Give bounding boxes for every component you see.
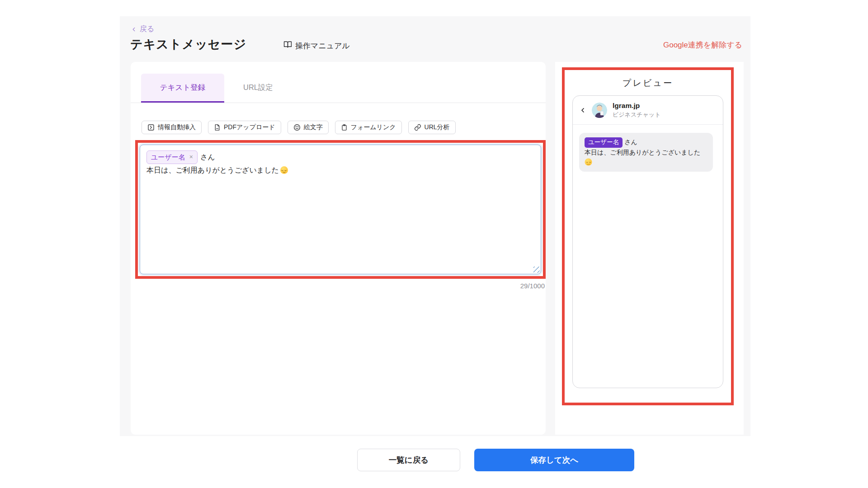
save-and-next-button[interactable]: 保存して次へ xyxy=(474,449,634,471)
chat-avatar xyxy=(592,103,607,118)
chat-back-chevron-icon[interactable] xyxy=(579,107,586,114)
bubble-line-1: ユーザー名さん xyxy=(585,137,708,148)
tab-text-register[interactable]: テキスト登録 xyxy=(141,74,224,103)
url-analysis-button[interactable]: URL分析 xyxy=(408,121,456,134)
pdf-upload-button[interactable]: PDFアップロード xyxy=(208,121,281,134)
preview-column: プレビュー lgram.jp ビジネスチャット xyxy=(555,62,744,435)
form-clipboard-icon xyxy=(341,124,348,131)
char-counter: 29/1000 xyxy=(520,282,545,290)
username-variable-tag: ユーザー名× xyxy=(146,150,198,164)
back-link-label: 戻る xyxy=(140,24,154,34)
emoji-button[interactable]: 絵文字 xyxy=(288,121,329,134)
chevron-left-icon xyxy=(131,26,137,33)
chat-account-subtitle: ビジネスチャット xyxy=(613,111,660,119)
chat-account-name: lgram.jp xyxy=(613,102,660,110)
bubble-body-text: 本日は、ご利用ありがとうございました xyxy=(585,148,708,158)
bubble-emoji-line xyxy=(585,158,708,168)
relieved-emoji xyxy=(280,166,288,174)
pdf-file-icon xyxy=(214,124,221,131)
manual-link-label: 操作マニュアル xyxy=(295,41,350,51)
back-to-list-button[interactable]: 一覧に戻る xyxy=(357,449,460,471)
page-title: テキストメッセージ xyxy=(130,36,246,52)
main-card: テキスト登録 URL設定 情報自動挿入 PDFアップロード xyxy=(131,62,546,435)
chat-identity: lgram.jp ビジネスチャット xyxy=(613,102,660,119)
content-panel: 戻る テキストメッセージ 操作マニュアル Google連携を解除する テキスト登… xyxy=(120,16,750,436)
editor-line-1: ユーザー名×さん xyxy=(146,150,534,164)
tag-suffix-text: さん xyxy=(200,153,215,161)
chat-body: ユーザー名さん 本日は、ご利用ありがとうございました xyxy=(573,125,723,180)
editor-line-2: 本日は、ご利用ありがとうございました xyxy=(146,164,534,176)
insert-info-button[interactable]: 情報自動挿入 xyxy=(142,121,202,134)
tool-btn-label: PDFアップロード xyxy=(224,123,275,131)
app-window: 戻る テキストメッセージ 操作マニュアル Google連携を解除する テキスト登… xyxy=(0,0,868,488)
form-link-button[interactable]: フォームリンク xyxy=(335,121,402,134)
smiley-icon xyxy=(293,124,301,131)
preview-highlight-box: プレビュー lgram.jp ビジネスチャット xyxy=(562,67,734,405)
editor-highlight-box: ユーザー名×さん 本日は、ご利用ありがとうございました xyxy=(135,140,546,279)
chat-header: lgram.jp ビジネスチャット xyxy=(573,96,723,125)
back-link[interactable]: 戻る xyxy=(131,24,154,34)
tab-row: テキスト登録 URL設定 xyxy=(131,62,546,103)
message-textarea[interactable]: ユーザー名×さん 本日は、ご利用ありがとうございました xyxy=(140,145,541,274)
chat-preview-card: lgram.jp ビジネスチャット ユーザー名さん 本日は、ご利用ありがとうござ… xyxy=(572,95,723,388)
tab-url-settings[interactable]: URL設定 xyxy=(224,74,292,103)
tool-btn-label: URL分析 xyxy=(425,123,450,131)
insert-variable-icon xyxy=(147,124,155,131)
tool-btn-label: フォームリンク xyxy=(351,123,396,131)
book-icon xyxy=(283,40,292,51)
bubble-suffix-text: さん xyxy=(624,138,637,145)
link-icon xyxy=(414,124,421,131)
tool-btn-label: 絵文字 xyxy=(304,123,323,131)
relieved-emoji xyxy=(585,158,592,165)
tag-remove-icon[interactable]: × xyxy=(189,152,193,163)
editor-toolbar: 情報自動挿入 PDFアップロード 絵文字 xyxy=(142,121,456,134)
username-badge: ユーザー名 xyxy=(585,137,623,148)
preview-title: プレビュー xyxy=(565,77,731,89)
google-unlink-link[interactable]: Google連携を解除する xyxy=(663,40,742,50)
variable-tag-label: ユーザー名 xyxy=(151,151,185,163)
manual-link[interactable]: 操作マニュアル xyxy=(283,40,350,51)
textarea-resize-handle[interactable] xyxy=(533,267,540,273)
tool-btn-label: 情報自動挿入 xyxy=(158,123,196,131)
chat-message-bubble: ユーザー名さん 本日は、ご利用ありがとうございました xyxy=(579,133,713,172)
editor-body-text: 本日は、ご利用ありがとうございました xyxy=(146,166,279,174)
